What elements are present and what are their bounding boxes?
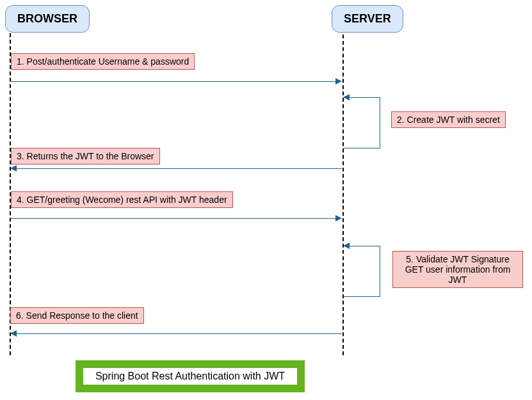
msg-step2: 2. Create JWT with secret xyxy=(391,111,506,128)
arrow-head-step6 xyxy=(10,330,17,337)
arrow-step3 xyxy=(17,168,342,169)
diagram-title: Spring Boot Rest Authentication with JWT xyxy=(83,368,297,385)
msg-step3: 3. Returns the JWT to the Browser xyxy=(11,148,160,164)
arrow-head-step3 xyxy=(10,165,17,172)
msg-step6-text: 6. Send Response to the client xyxy=(16,310,138,321)
arrow-head-step5 xyxy=(343,243,350,249)
msg-step5-text: 5. Validate JWT Signature GET user infor… xyxy=(405,254,511,285)
participant-browser: BROWSER xyxy=(5,5,90,33)
selfloop-step2 xyxy=(343,97,380,148)
participant-server-label: SERVER xyxy=(344,12,391,25)
msg-step6: 6. Send Response to the client xyxy=(10,307,144,324)
arrow-head-step4 xyxy=(335,215,342,221)
sequence-diagram: BROWSER SERVER 1. Post/authenticate User… xyxy=(0,0,532,400)
msg-step2-text: 2. Create JWT with secret xyxy=(397,115,500,125)
arrow-head-step2 xyxy=(343,94,350,100)
msg-step4-text: 4. GET/greeting (Wecome) rest API with J… xyxy=(17,195,227,205)
msg-step3-text: 3. Returns the JWT to the Browser xyxy=(17,151,154,161)
lifeline-server xyxy=(343,35,344,355)
msg-step4: 4. GET/greeting (Wecome) rest API with J… xyxy=(11,191,233,208)
msg-step1-text: 1. Post/authenticate Username & password xyxy=(17,56,189,67)
msg-step5: 5. Validate JWT Signature GET user infor… xyxy=(392,251,523,288)
msg-step1: 1. Post/authenticate Username & password xyxy=(11,53,195,70)
arrow-step6 xyxy=(17,333,342,334)
participant-server: SERVER xyxy=(332,5,403,33)
arrow-step4 xyxy=(10,218,335,219)
arrow-step1 xyxy=(10,81,335,82)
arrow-head-step1 xyxy=(335,78,342,84)
participant-browser-label: BROWSER xyxy=(17,12,77,25)
selfloop-step5 xyxy=(343,246,380,297)
diagram-title-box: Spring Boot Rest Authentication with JWT xyxy=(76,360,305,392)
